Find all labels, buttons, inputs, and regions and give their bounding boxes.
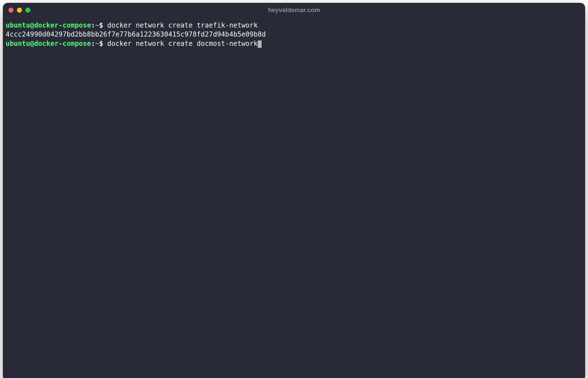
prompt-dollar: $: [99, 21, 103, 29]
close-icon[interactable]: [8, 8, 14, 13]
terminal-body[interactable]: ubuntu@docker-compose:~$ docker network …: [3, 17, 585, 378]
terminal-line: ubuntu@docker-compose:~$ docker network …: [6, 39, 582, 48]
maximize-icon[interactable]: [25, 8, 30, 13]
window-controls: [8, 8, 30, 13]
prompt-colon: :: [91, 21, 95, 29]
window-title: heyvaldemar.com: [268, 6, 320, 14]
prompt-host: docker-compose: [34, 21, 91, 29]
prompt-path: ~: [95, 40, 99, 48]
command-text: docker network create traefik-network: [103, 21, 258, 29]
titlebar: heyvaldemar.com: [3, 3, 585, 17]
minimize-icon[interactable]: [17, 8, 22, 13]
prompt-dollar: $: [99, 40, 103, 48]
prompt-host: docker-compose: [34, 40, 91, 48]
prompt-user: ubuntu: [6, 40, 30, 48]
terminal-line: 4ccc24990d04297bd2bb8bb26f7e77b6a1223630…: [6, 30, 582, 39]
cursor-icon: [258, 40, 262, 48]
prompt-at: @: [30, 21, 34, 29]
terminal-line: ubuntu@docker-compose:~$ docker network …: [6, 21, 582, 30]
prompt-path: ~: [95, 21, 99, 29]
prompt-user: ubuntu: [6, 21, 30, 29]
prompt-colon: :: [91, 40, 95, 48]
prompt-at: @: [30, 40, 34, 48]
terminal-window: heyvaldemar.com ubuntu@docker-compose:~$…: [3, 3, 585, 378]
command-text: docker network create docmost-network: [103, 40, 258, 48]
output-text: 4ccc24990d04297bd2bb8bb26f7e77b6a1223630…: [6, 30, 266, 38]
